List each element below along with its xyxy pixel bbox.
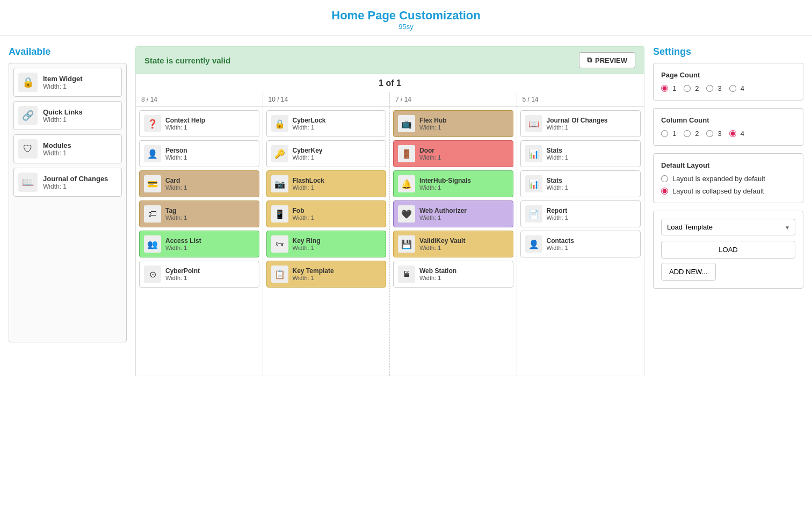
default-layout-radio[interactable] <box>661 188 668 195</box>
page-subtitle: 95sy <box>0 23 812 31</box>
preview-button[interactable]: ⧉ PREVIEW <box>579 52 635 68</box>
avail-width: Width: 1 <box>43 116 67 124</box>
available-item[interactable]: 🔗 Quick Links Width: 1 <box>13 101 122 130</box>
widget-name: FlashLock <box>293 177 324 184</box>
widget-card[interactable]: 📱 Fob Width: 1 <box>266 200 387 227</box>
widget-text: Context Help Width: 1 <box>165 117 205 131</box>
col-count-radio[interactable] <box>661 130 668 137</box>
available-item[interactable]: 📖 Journal of Changes Width: 1 <box>13 168 122 197</box>
widget-card[interactable]: 🚪 Door Width: 1 <box>393 140 513 167</box>
widget-text: Door Width: 1 <box>419 147 441 161</box>
page-count-radio-label[interactable]: 4 <box>729 84 744 92</box>
col-count-radio[interactable] <box>706 130 713 137</box>
avail-icon: 🔒 <box>18 73 38 92</box>
widget-card[interactable]: 👤 Contacts Width: 1 <box>520 231 641 257</box>
col-count-radio[interactable] <box>684 130 691 137</box>
available-item[interactable]: 🔒 Item Widget Width: 1 <box>13 68 122 97</box>
page-count-radio-label[interactable]: 1 <box>661 84 676 92</box>
widget-icon: 🗝 <box>271 235 288 253</box>
default-layout-radios: Layout is expanded by default Layout is … <box>661 175 795 195</box>
widget-card[interactable]: 💾 ValidiKey Vault Width: 1 <box>393 231 513 257</box>
page-count-radio[interactable] <box>684 85 691 92</box>
widget-name: Fob <box>293 207 314 214</box>
page-title: Home Page Customization <box>0 9 812 23</box>
widget-card[interactable]: 📋 Key Template Width: 1 <box>266 261 387 288</box>
load-template-select[interactable]: Load Template <box>661 219 795 235</box>
widget-card[interactable]: 👥 Access List Width: 1 <box>139 231 259 257</box>
widget-width: Width: 1 <box>165 275 187 281</box>
widget-card[interactable]: 📖 Journal Of Changes Width: 1 <box>520 110 641 137</box>
widget-text: Stats Width: 1 <box>547 177 568 191</box>
widget-width: Width: 1 <box>419 124 441 131</box>
widget-name: Journal Of Changes <box>547 117 608 124</box>
page-count-radio[interactable] <box>661 85 668 92</box>
col-count-radio[interactable] <box>729 130 736 137</box>
col-count-radio-label[interactable]: 1 <box>661 130 676 138</box>
widget-card[interactable]: 📺 Flex Hub Width: 1 <box>393 110 513 137</box>
widget-width: Width: 1 <box>293 184 314 191</box>
avail-name: Quick Links <box>43 108 83 116</box>
widget-width: Width: 1 <box>419 214 441 221</box>
widget-width: Width: 1 <box>547 154 568 161</box>
widget-icon: 📊 <box>525 175 542 192</box>
widget-card[interactable]: 📊 Stats Width: 1 <box>520 170 641 197</box>
col-count-option: 4 <box>741 130 744 138</box>
add-new-button[interactable]: ADD NEW... <box>661 263 716 281</box>
widget-text: Report Width: 1 <box>547 207 568 221</box>
widget-card[interactable]: 🔒 CyberLock Width: 1 <box>266 110 387 137</box>
widget-name: Web Station <box>419 267 456 275</box>
widget-card[interactable]: 📷 FlashLock Width: 1 <box>266 170 387 197</box>
widget-card[interactable]: 🔑 CyberKey Width: 1 <box>266 140 387 167</box>
col-count-radio-label[interactable]: 2 <box>684 130 699 138</box>
col-count-radio-label[interactable]: 4 <box>729 130 744 138</box>
page-header: Home Page Customization 95sy <box>0 0 812 35</box>
page-count-radio-label[interactable]: 3 <box>706 84 721 92</box>
widget-card[interactable]: 👤 Person Width: 1 <box>139 140 259 167</box>
page-count-label: Page Count <box>661 71 795 79</box>
default-layout-radio-label[interactable]: Layout is expanded by default <box>661 175 795 183</box>
widget-card[interactable]: 🏷 Tag Width: 1 <box>139 200 259 227</box>
widget-card[interactable]: 🔔 InterHub-Signals Width: 1 <box>393 170 513 197</box>
widget-text: Web Authorizer Width: 1 <box>419 207 467 221</box>
page-count-radio[interactable] <box>706 85 713 92</box>
grid-panel: State is currently valid ⧉ PREVIEW 1 of … <box>135 46 644 376</box>
widget-name: Web Authorizer <box>419 207 467 214</box>
widget-card[interactable]: 🖥 Web Station Width: 1 <box>393 261 513 288</box>
default-layout-radio-label[interactable]: Layout is collapsed by default <box>661 187 795 195</box>
avail-text: Quick Links Width: 1 <box>43 108 83 124</box>
widget-card[interactable]: ❓ Context Help Width: 1 <box>139 110 259 137</box>
default-layout-radio[interactable] <box>661 175 668 182</box>
load-button[interactable]: LOAD <box>661 241 795 259</box>
widget-name: Contacts <box>547 237 574 245</box>
widget-icon: 📋 <box>271 266 288 283</box>
widget-name: Person <box>165 147 187 154</box>
widget-card[interactable]: 🖤 Web Authorizer Width: 1 <box>393 200 513 227</box>
widget-icon: 🏷 <box>144 205 161 223</box>
avail-text: Journal of Changes Width: 1 <box>43 175 108 190</box>
widget-width: Width: 1 <box>547 124 568 131</box>
page-count-radio[interactable] <box>729 85 736 92</box>
widget-card[interactable]: 💳 Card Width: 1 <box>139 170 259 197</box>
col-count-option: 2 <box>695 130 699 138</box>
widget-name: Card <box>165 177 187 184</box>
page-count-box: Page Count 1 2 3 4 <box>653 63 803 101</box>
widget-card[interactable]: ⊙ CyberPoint Width: 1 <box>139 261 259 288</box>
page-indicator: 1 of 1 <box>135 74 644 92</box>
widget-card[interactable]: 📊 Stats Width: 1 <box>520 140 641 167</box>
avail-width: Width: 1 <box>43 149 67 157</box>
page-count-radios: 1 2 3 4 <box>661 84 795 92</box>
widget-icon: 🖤 <box>398 205 415 223</box>
widget-text: CyberLock Width: 1 <box>293 117 326 131</box>
widget-text: Person Width: 1 <box>165 147 187 161</box>
widget-icon: 👥 <box>144 235 161 253</box>
col-count-radio-label[interactable]: 3 <box>706 130 721 138</box>
widget-card[interactable]: 🗝 Key Ring Width: 1 <box>266 231 387 257</box>
widget-text: Access List Width: 1 <box>165 237 201 251</box>
available-item[interactable]: 🛡 Modules Width: 1 <box>13 134 122 163</box>
widget-text: CyberPoint Width: 1 <box>165 267 200 281</box>
widget-card[interactable]: 📄 Report Width: 1 <box>520 200 641 227</box>
page-count-radio-label[interactable]: 2 <box>684 84 699 92</box>
available-heading: Available <box>9 46 127 58</box>
page-count-option: 2 <box>695 84 699 92</box>
page-count-option: 4 <box>741 84 744 92</box>
